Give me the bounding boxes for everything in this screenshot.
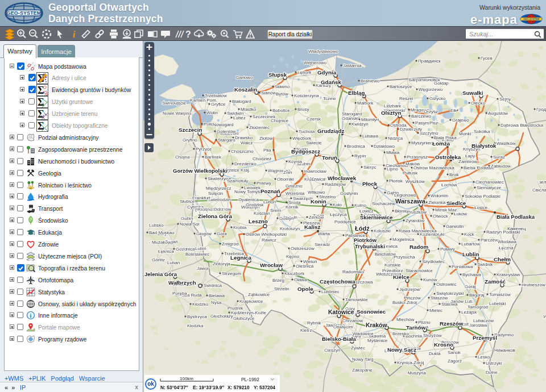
svg-text:Miechów: Miechów bbox=[396, 317, 415, 322]
svg-text:Bytów: Bytów bbox=[276, 91, 288, 97]
svg-text:Biłgoraj: Biłgoraj bbox=[469, 293, 485, 298]
svg-text:Legnica: Legnica bbox=[230, 255, 252, 261]
svg-text:Гродна: Гродна bbox=[536, 107, 546, 112]
svg-text:Dolne: Dolne bbox=[486, 370, 498, 375]
svg-text:Myślenice: Myślenice bbox=[367, 338, 388, 343]
svg-text:Muszyna: Muszyna bbox=[408, 370, 427, 376]
svg-text:Bełchatów: Bełchatów bbox=[375, 252, 396, 257]
svg-text:Lubsko: Lubsko bbox=[149, 223, 164, 228]
svg-text:Bielawa: Bielawa bbox=[209, 293, 225, 298]
svg-text:Janów Lub.: Janów Lub. bbox=[450, 299, 474, 304]
svg-text:Olecko: Olecko bbox=[471, 101, 485, 106]
svg-text:Kościerzyna: Kościerzyna bbox=[294, 93, 319, 98]
svg-text:Lubliniec: Lubliniec bbox=[321, 289, 340, 294]
svg-text:Tomaszów: Tomaszów bbox=[489, 292, 511, 297]
svg-text:Ustrzyki: Ustrzyki bbox=[486, 361, 502, 366]
svg-text:Braniewo: Braniewo bbox=[361, 78, 380, 84]
svg-text:Wyszków: Wyszków bbox=[406, 179, 425, 184]
svg-text:Pyrzyce: Pyrzyce bbox=[196, 147, 212, 152]
svg-text:Łomża: Łomża bbox=[432, 140, 450, 147]
svg-text:Гусев: Гусев bbox=[481, 56, 492, 61]
svg-text:Устр: Устр bbox=[543, 314, 546, 319]
svg-text:Wrocław: Wrocław bbox=[260, 262, 283, 268]
svg-text:Koszalin: Koszalin bbox=[234, 86, 257, 93]
svg-text:Zamość: Zamość bbox=[485, 278, 506, 285]
svg-text:Багратионовск: Багратионовск bbox=[409, 77, 440, 82]
svg-text:Radom: Radom bbox=[410, 244, 428, 250]
svg-text:Inowrocław: Inowrocław bbox=[304, 169, 326, 174]
svg-text:Brusy: Brusy bbox=[297, 107, 309, 112]
svg-text:Bobolice: Bobolice bbox=[272, 108, 290, 113]
svg-text:Złotów: Złotów bbox=[259, 136, 273, 141]
svg-text:Lubin: Lubin bbox=[195, 246, 206, 251]
svg-text:Radymno: Radymno bbox=[494, 332, 514, 337]
svg-text:Augustów: Augustów bbox=[488, 111, 508, 116]
svg-text:Piotrków: Piotrków bbox=[354, 237, 377, 243]
svg-text:Kłodzka: Kłodzka bbox=[187, 323, 204, 328]
svg-text:Zielonka: Zielonka bbox=[428, 200, 446, 205]
svg-text:Kutno: Kutno bbox=[354, 203, 366, 208]
svg-text:Wieluń: Wieluń bbox=[303, 259, 317, 264]
svg-text:Zambrów: Zambrów bbox=[458, 159, 478, 164]
svg-text:Brok: Brok bbox=[449, 172, 459, 177]
svg-text:Szczecinek: Szczecinek bbox=[253, 114, 276, 119]
svg-text:Zagórz: Zagórz bbox=[448, 358, 462, 364]
svg-text:Chojna: Chojna bbox=[175, 155, 190, 160]
svg-text:Kościan: Kościan bbox=[254, 211, 270, 216]
svg-text:Rybnik: Rybnik bbox=[307, 320, 321, 326]
svg-text:Sianów: Sianów bbox=[261, 90, 276, 95]
svg-text:Żmigród: Żmigród bbox=[222, 241, 238, 247]
svg-text:Radomsko: Radomsko bbox=[342, 269, 365, 274]
svg-text:GEO-SYSTEM: GEO-SYSTEM bbox=[523, 18, 539, 20]
svg-text:Nysa: Nysa bbox=[211, 300, 222, 305]
svg-text:Prudnik: Prudnik bbox=[228, 306, 243, 311]
svg-text:Zerków: Zerków bbox=[309, 215, 324, 220]
svg-text:Bydgoszcz: Bydgoszcz bbox=[291, 148, 320, 155]
svg-text:Częstochowa: Częstochowa bbox=[320, 278, 355, 285]
svg-text:Jawor: Jawor bbox=[197, 266, 209, 271]
svg-text:Wasilków: Wasilków bbox=[497, 141, 516, 146]
svg-text:Σ: Σ bbox=[38, 109, 44, 120]
svg-text:Nidzica: Nidzica bbox=[388, 136, 403, 141]
svg-text:Grajewo: Grajewo bbox=[452, 118, 469, 123]
svg-text:Lubawa: Lubawa bbox=[362, 134, 379, 139]
svg-text:Trybunalski: Trybunalski bbox=[355, 243, 385, 249]
svg-text:X: 579210: X: 579210 bbox=[228, 385, 250, 390]
svg-text:Włocławek: Włocławek bbox=[328, 175, 357, 181]
svg-text:Błonie: Błonie bbox=[395, 208, 408, 214]
svg-text:Görlitz: Görlitz bbox=[152, 257, 165, 262]
svg-text:Pasym: Pasym bbox=[415, 120, 429, 126]
svg-text:Słupsk: Słupsk bbox=[268, 72, 287, 78]
svg-text:Pruszków: Pruszków bbox=[407, 210, 427, 215]
svg-text:Rypin: Rypin bbox=[354, 153, 366, 159]
svg-text:Lębork: Lębork bbox=[297, 70, 312, 75]
svg-text:Zielona Góra: Zielona Góra bbox=[198, 213, 232, 219]
svg-text:Oświęcim: Oświęcim bbox=[333, 324, 353, 330]
svg-text:Frankfurt: Frankfurt bbox=[192, 195, 211, 201]
svg-text:Kunów: Kunów bbox=[423, 277, 437, 282]
svg-text:Stargard: Stargard bbox=[218, 137, 235, 143]
svg-text:E: 19°33ʼ19.9″: E: 19°33ʼ19.9″ bbox=[193, 385, 224, 390]
svg-text:Kcynia: Kcynia bbox=[288, 159, 303, 164]
svg-text:Ostrołęka: Ostrołęka bbox=[435, 154, 461, 160]
svg-text:Darłowo: Darłowo bbox=[236, 75, 253, 80]
svg-text:Katowice: Katowice bbox=[328, 309, 354, 315]
svg-text:Dąbrowa Białostocka: Dąbrowa Białostocka bbox=[500, 123, 544, 128]
svg-text:Chełm: Chełm bbox=[494, 256, 511, 262]
svg-text:Ostrów Wielkopolski: Ostrów Wielkopolski bbox=[246, 232, 287, 237]
svg-text:Bielsko-Biała: Bielsko-Biała bbox=[322, 336, 356, 342]
svg-text:Sanok: Sanok bbox=[448, 350, 461, 355]
svg-text:Koluszki: Koluszki bbox=[374, 228, 391, 233]
svg-text:Nowy Sącz: Nowy Sącz bbox=[387, 347, 416, 353]
svg-text:Ostrzeszów: Ostrzeszów bbox=[291, 246, 315, 251]
svg-text:Bychawa: Bychawa bbox=[462, 272, 481, 277]
svg-text:Sulęcin: Sulęcin bbox=[208, 191, 223, 196]
svg-text:Świecie: Świecie bbox=[306, 140, 322, 145]
svg-text:Pisz: Pisz bbox=[429, 120, 438, 126]
svg-text:Busko-Zdrój: Busko-Zdrój bbox=[392, 300, 417, 305]
svg-text:Tarnów: Tarnów bbox=[406, 324, 425, 331]
svg-text:Reszel: Reszel bbox=[399, 96, 413, 101]
svg-text:Kietrz: Kietrz bbox=[300, 328, 312, 333]
svg-text:Pułtusk: Pułtusk bbox=[403, 170, 418, 176]
svg-text:Gdańsk: Gdańsk bbox=[321, 79, 341, 85]
